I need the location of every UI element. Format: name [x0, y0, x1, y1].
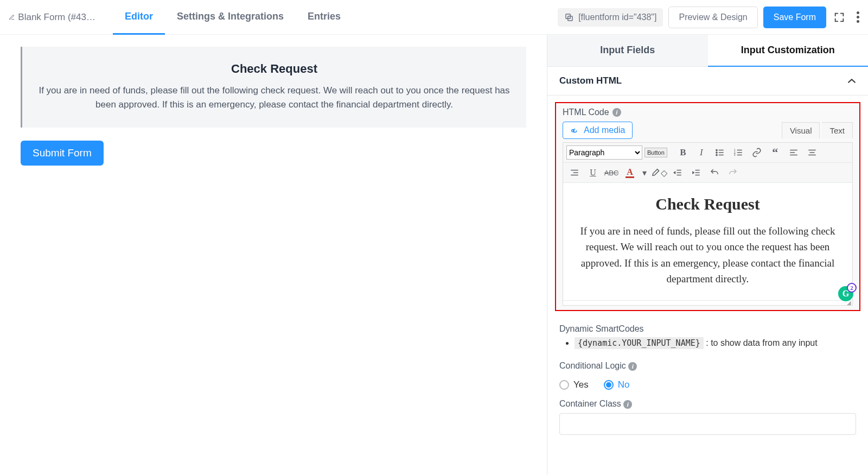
text-color-button[interactable]: A: [622, 165, 638, 180]
tab-editor[interactable]: Editor: [113, 0, 165, 35]
save-form-button[interactable]: Save Form: [763, 7, 826, 28]
svg-point-5: [716, 152, 717, 153]
section-title: Custom HTML: [559, 75, 622, 86]
tab-input-customization[interactable]: Input Customization: [708, 35, 869, 67]
container-class-input[interactable]: [559, 413, 856, 435]
html-code-panel: HTML Code i Add media Visual Text Paragr…: [555, 102, 860, 311]
svg-text:3: 3: [734, 153, 736, 156]
content-body: If you are in need of funds, please fill…: [569, 223, 847, 287]
info-icon[interactable]: i: [612, 108, 621, 117]
container-class-text: Container Class: [559, 399, 621, 408]
italic-button[interactable]: I: [693, 145, 710, 160]
toolbar-row-1: Paragraph Button B I 123 “: [563, 143, 852, 163]
fullscreen-button[interactable]: [832, 10, 847, 25]
shortcode-chip[interactable]: [fluentform id="438"]: [558, 8, 663, 27]
section-custom-html[interactable]: Custom HTML: [547, 67, 868, 96]
smartcodes-heading: Dynamic SmartCodes: [559, 324, 856, 334]
content-heading: Check Request: [569, 195, 847, 213]
info-icon[interactable]: i: [628, 362, 637, 371]
editor-tab-text[interactable]: Text: [822, 122, 853, 138]
form-title[interactable]: Blank Form (#43…: [9, 12, 95, 23]
editor-top-row: Add media Visual Text: [560, 122, 855, 142]
conditional-logic-text: Conditional Logic: [559, 361, 626, 370]
radio-yes[interactable]: Yes: [559, 379, 589, 390]
number-list-button[interactable]: 123: [730, 145, 746, 160]
align-left-button[interactable]: [786, 145, 802, 160]
add-media-label: Add media: [584, 125, 626, 135]
outdent-button[interactable]: [669, 165, 686, 180]
quote-button[interactable]: “: [767, 145, 783, 160]
conditional-logic-label: Conditional Logic i: [559, 361, 856, 371]
container-class-label: Container Class i: [559, 399, 856, 409]
info-icon[interactable]: i: [623, 400, 632, 409]
editor-content[interactable]: Check Request If you are in need of fund…: [563, 183, 852, 300]
form-canvas: Check Request If you are in need of fund…: [0, 35, 547, 475]
wysiwyg-editor: Paragraph Button B I 123 “ U: [563, 142, 853, 306]
align-right-button[interactable]: [566, 165, 583, 180]
conditional-logic-section: Conditional Logic i Yes No Container Cla…: [547, 354, 868, 441]
underline-button[interactable]: U: [585, 165, 601, 180]
grammarly-badge: 2: [847, 283, 857, 293]
bold-button[interactable]: B: [675, 145, 691, 160]
grammarly-icon[interactable]: G 2: [838, 286, 853, 301]
undo-button[interactable]: [706, 165, 723, 180]
toolbar-row-2: U ABC A ▾ ◇: [563, 163, 852, 183]
svg-point-7: [716, 154, 717, 155]
editor-tab-visual[interactable]: Visual: [782, 122, 820, 138]
chevron-up-icon: [847, 78, 856, 84]
smartcodes-section: Dynamic SmartCodes {dynamic.YOUR_INPUT_N…: [547, 318, 868, 354]
radio-no[interactable]: No: [604, 379, 630, 390]
clear-format-button[interactable]: ◇: [651, 165, 667, 180]
html-code-label: HTML Code i: [560, 106, 855, 122]
preview-design-button[interactable]: Preview & Design: [668, 7, 757, 28]
submit-button[interactable]: Submit Form: [21, 141, 104, 166]
insert-button-chip[interactable]: Button: [644, 148, 667, 157]
link-button[interactable]: [749, 145, 765, 160]
html-block[interactable]: Check Request If you are in need of fund…: [21, 47, 526, 128]
text-color-dropdown[interactable]: ▾: [640, 165, 649, 180]
indent-button[interactable]: [688, 165, 704, 180]
svg-point-3: [716, 149, 717, 150]
smartcode-desc: : to show data from any input: [706, 338, 817, 347]
strikethrough-button[interactable]: ABC: [603, 165, 620, 180]
radio-no-label: No: [618, 379, 630, 390]
media-icon: [570, 125, 579, 135]
fullscreen-icon: [833, 11, 845, 23]
conditional-radio-group: Yes No: [559, 375, 856, 399]
top-right: [fluentform id="438"] Preview & Design S…: [558, 7, 864, 28]
tab-settings[interactable]: Settings & Integrations: [165, 0, 296, 35]
main-tabs: Editor Settings & Integrations Entries: [113, 0, 353, 35]
html-code-label-text: HTML Code: [563, 107, 609, 117]
main: Check Request If you are in need of fund…: [0, 35, 868, 475]
top-left: Blank Form (#43… Editor Settings & Integ…: [9, 0, 353, 35]
redo-button[interactable]: [725, 165, 741, 180]
copy-icon: [564, 12, 574, 22]
add-media-button[interactable]: Add media: [563, 122, 633, 139]
pencil-icon: [9, 13, 15, 22]
top-bar: Blank Form (#43… Editor Settings & Integ…: [0, 0, 868, 35]
bullet-list-button[interactable]: [712, 145, 728, 160]
smartcode-item: {dynamic.YOUR_INPUT_NAME} : to show data…: [575, 338, 856, 348]
resize-grip[interactable]: ◢: [563, 300, 852, 305]
sidebar-tabs: Input Fields Input Customization: [547, 35, 868, 67]
block-body: If you are in need of funds, please fill…: [37, 84, 511, 112]
shortcode-text: [fluentform id="438"]: [578, 12, 656, 22]
tab-input-fields[interactable]: Input Fields: [547, 35, 708, 67]
align-center-button[interactable]: [804, 145, 820, 160]
block-heading: Check Request: [37, 62, 511, 76]
format-select[interactable]: Paragraph: [566, 145, 642, 160]
more-menu-button[interactable]: [852, 11, 864, 23]
sidebar: Input Fields Input Customization Custom …: [547, 35, 868, 475]
radio-yes-label: Yes: [573, 379, 589, 390]
tab-entries[interactable]: Entries: [296, 0, 353, 35]
smartcode-token: {dynamic.YOUR_INPUT_NAME}: [575, 337, 704, 349]
form-title-text: Blank Form (#43…: [18, 12, 95, 23]
